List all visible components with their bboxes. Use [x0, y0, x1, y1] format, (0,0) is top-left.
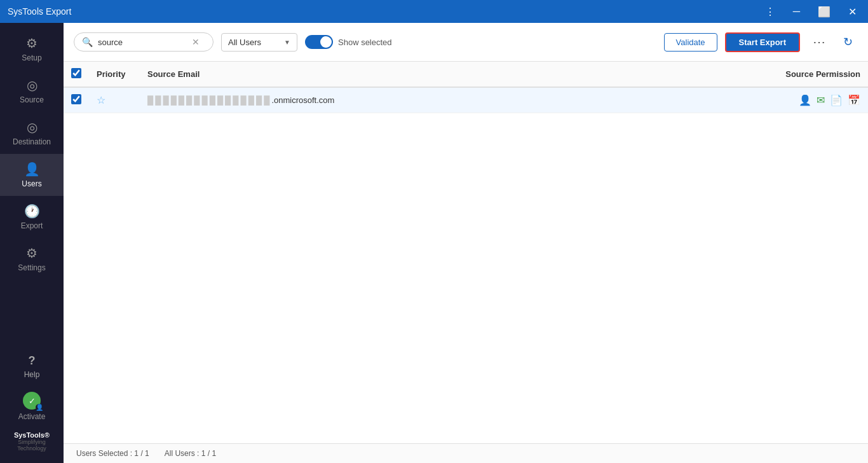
star-icon[interactable]: ☆	[97, 95, 105, 106]
row-checkbox-cell	[64, 87, 89, 113]
sidebar-item-activate[interactable]: ✓ Activate	[13, 387, 51, 426]
sidebar-item-export-label: Export	[21, 221, 43, 230]
user-permission-icon: 👤	[799, 94, 811, 106]
filter-label: All Users	[228, 38, 261, 47]
app-body: ⚙ Setup ◎ Source ◎ Destination 👤 Users 🕐…	[0, 23, 868, 463]
maximize-btn[interactable]: ⬜	[814, 4, 834, 19]
sidebar-item-destination-label: Destination	[13, 137, 51, 146]
header-priority: Priority	[89, 62, 140, 87]
header-checkbox-col	[64, 62, 89, 87]
sidebar-item-source-label: Source	[20, 95, 44, 104]
table-wrap: Priority Source Email Source Permission	[64, 62, 868, 443]
app-title: SysTools Export	[8, 6, 71, 17]
settings-icon: ⚙	[26, 245, 37, 261]
brand-name: SysTools®	[5, 431, 58, 439]
show-selected-toggle[interactable]	[305, 35, 333, 49]
sidebar: ⚙ Setup ◎ Source ◎ Destination 👤 Users 🕐…	[0, 23, 64, 463]
email-blurred: ████████████████	[147, 95, 271, 105]
row-email-cell: ████████████████.onmicrosoft.com	[140, 87, 741, 113]
row-checkbox[interactable]	[71, 94, 81, 104]
sidebar-item-help[interactable]: ? Help	[0, 347, 64, 387]
search-input[interactable]	[98, 38, 187, 47]
destination-icon: ◎	[27, 120, 37, 135]
minimize-btn[interactable]: ─	[789, 4, 804, 18]
sidebar-item-users[interactable]: 👤 Users	[0, 154, 64, 196]
row-permission-cell: 👤 ✉ 📄 📅	[741, 87, 868, 113]
sidebar-item-settings[interactable]: ⚙ Settings	[0, 238, 64, 280]
header-source-permission: Source Permission	[741, 62, 868, 87]
window-controls: ⋮ ─ ⬜ ✕	[761, 4, 860, 19]
main-content: 🔍 ✕ All Users ▼ Show selected Validate S…	[64, 23, 868, 463]
sidebar-item-help-label: Help	[24, 370, 40, 379]
help-icon: ?	[29, 354, 36, 368]
toggle-wrap: Show selected	[305, 35, 392, 49]
users-selected-status: Users Selected : 1 / 1	[76, 449, 149, 458]
email-domain: .onmicrosoft.com	[271, 95, 334, 105]
mail-permission-icon: ✉	[817, 94, 825, 106]
sidebar-item-export[interactable]: 🕐 Export	[0, 196, 64, 238]
toggle-label: Show selected	[338, 38, 392, 47]
sidebar-item-setup-label: Setup	[22, 53, 41, 62]
activate-circle: ✓	[23, 392, 41, 410]
sidebar-item-source[interactable]: ◎ Source	[0, 70, 64, 112]
permission-icons: 👤 ✉ 📄 📅	[749, 94, 860, 106]
more-menu-button[interactable]: ⋯	[808, 32, 831, 52]
start-export-button[interactable]: Start Export	[725, 32, 800, 52]
validate-button[interactable]: Validate	[664, 33, 717, 52]
doc-permission-icon: 📄	[830, 94, 843, 106]
calendar-permission-icon: 📅	[848, 94, 860, 106]
toolbar: 🔍 ✕ All Users ▼ Show selected Validate S…	[64, 23, 868, 62]
setup-icon: ⚙	[26, 36, 37, 51]
activate-label: Activate	[18, 412, 46, 421]
table-row: ☆ ████████████████.onmicrosoft.com 👤 ✉ 📄…	[64, 87, 868, 113]
brand: SysTools® Simplifying Technology	[0, 426, 64, 457]
clear-search-button[interactable]: ✕	[192, 37, 200, 47]
header-source-email: Source Email	[140, 62, 741, 87]
sidebar-bottom: ? Help ✓ Activate SysTools® Simplifying …	[0, 347, 64, 463]
row-priority-cell: ☆	[89, 87, 140, 113]
export-icon: 🕐	[24, 204, 40, 219]
users-table: Priority Source Email Source Permission	[64, 62, 868, 113]
table-header: Priority Source Email Source Permission	[64, 62, 868, 87]
sidebar-item-settings-label: Settings	[18, 263, 45, 272]
sidebar-item-destination[interactable]: ◎ Destination	[0, 112, 64, 154]
checkmark-icon: ✓	[29, 396, 36, 406]
all-users-status: All Users : 1 / 1	[165, 449, 216, 458]
brand-tagline: Simplifying Technology	[5, 439, 58, 452]
search-icon: 🔍	[82, 37, 93, 47]
status-bar: Users Selected : 1 / 1 All Users : 1 / 1	[64, 443, 868, 463]
source-icon: ◎	[27, 78, 37, 93]
sidebar-item-users-label: Users	[22, 179, 41, 188]
users-icon: 👤	[24, 162, 40, 177]
table-body: ☆ ████████████████.onmicrosoft.com 👤 ✉ 📄…	[64, 87, 868, 113]
search-box: 🔍 ✕	[74, 32, 214, 52]
chevron-down-icon: ▼	[284, 39, 290, 46]
sidebar-item-setup[interactable]: ⚙ Setup	[0, 28, 64, 70]
select-all-checkbox[interactable]	[71, 68, 81, 78]
more-options-btn[interactable]: ⋮	[761, 4, 779, 19]
refresh-button[interactable]: ↻	[838, 32, 858, 52]
filter-dropdown[interactable]: All Users ▼	[221, 33, 297, 52]
title-bar: SysTools Export ⋮ ─ ⬜ ✕	[0, 0, 868, 23]
close-btn[interactable]: ✕	[844, 4, 860, 19]
